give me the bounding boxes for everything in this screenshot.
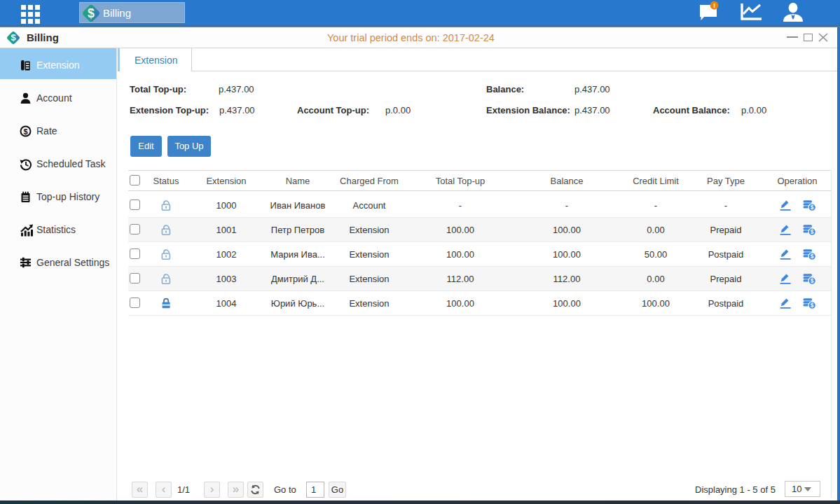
- svg-text:$: $: [811, 228, 814, 235]
- svg-text:$: $: [88, 6, 95, 20]
- svg-text:$: $: [811, 277, 814, 284]
- svg-text:$: $: [811, 302, 814, 309]
- svg-text:$: $: [23, 127, 27, 135]
- svg-text:$: $: [811, 253, 814, 260]
- svg-text:$: $: [11, 32, 16, 43]
- svg-text:!: !: [713, 1, 715, 9]
- svg-text:$: $: [811, 204, 814, 211]
